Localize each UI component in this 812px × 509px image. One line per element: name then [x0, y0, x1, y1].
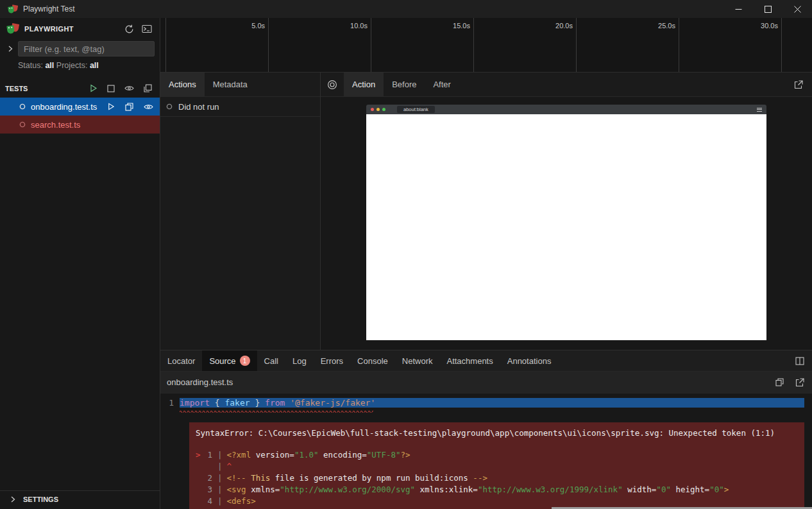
empty-state-label: Did not run	[178, 102, 219, 112]
tab-annotations[interactable]: Annotations	[500, 350, 559, 371]
test-status-circle-icon	[19, 103, 26, 110]
tab-network[interactable]: Network	[395, 350, 440, 371]
run-test-button[interactable]	[106, 101, 116, 112]
timeline-gridline	[679, 18, 679, 72]
test-status-circle-icon	[19, 121, 26, 128]
source-file-name: onboarding.test.ts	[167, 377, 233, 387]
filter-input[interactable]	[18, 41, 155, 56]
watch-all-button[interactable]	[123, 83, 135, 93]
timeline-tick: 25.0s	[637, 22, 675, 30]
sidebar-section-title: PLAYWRIGHT	[24, 25, 74, 33]
details-panel: Locator Source 1 Call Log Errors Console…	[160, 350, 812, 509]
sidebar: PLAYWRIGHT Status: all Projects: all TES…	[0, 18, 160, 509]
browser-page-blank	[366, 114, 766, 340]
tab-after[interactable]: After	[425, 73, 459, 96]
terminal-button[interactable]	[140, 23, 153, 35]
tab-source[interactable]: Source 1	[202, 350, 257, 371]
source-error-badge: 1	[240, 356, 250, 366]
tab-attachments[interactable]: Attachments	[439, 350, 500, 371]
copy-file-path-button[interactable]	[774, 377, 785, 388]
traffic-light-red-icon	[371, 108, 374, 111]
settings-title: SETTINGS	[23, 496, 58, 503]
projects-label: Projects:	[56, 61, 88, 70]
status-line: Status: all Projects: all	[0, 56, 160, 74]
open-snapshot-external-button[interactable]	[793, 79, 804, 91]
error-message: SyntaxError: C:\Courses\EpicWeb\full-sta…	[196, 428, 798, 438]
browser-snapshot: about:blank	[366, 105, 766, 340]
error-frame-line: 2|<!-- This file is generated by npm run…	[196, 472, 798, 483]
titlebar: Playwright Test	[0, 0, 812, 18]
tab-before[interactable]: Before	[384, 73, 425, 96]
timeline-tick: 30.0s	[740, 22, 778, 30]
tab-log[interactable]: Log	[285, 350, 314, 371]
hamburger-menu-icon	[757, 108, 762, 112]
line-number: 1	[160, 398, 180, 408]
collapse-all-button[interactable]	[142, 83, 153, 94]
timeline-gridline	[371, 18, 371, 72]
tab-call[interactable]: Call	[257, 350, 285, 371]
main-area: 5.0s 10.0s 15.0s 20.0s 25.0s 30.0s Actio…	[160, 18, 812, 509]
error-frame-line: 3|<svg xmlns="http://www.w3.org/2000/svg…	[196, 483, 798, 495]
error-frame-line: 4|<defs>	[196, 495, 798, 506]
sidebar-header: PLAYWRIGHT	[0, 18, 160, 40]
maximize-button[interactable]	[753, 0, 782, 18]
syntax-error-block: SyntaxError: C:\Courses\EpicWeb\full-sta…	[189, 422, 804, 509]
actions-empty-state: Did not run	[160, 97, 320, 117]
close-button[interactable]	[782, 0, 812, 18]
highlighted-source-line: import { faker } from '@faker-js/faker'	[180, 398, 804, 408]
open-file-external-button[interactable]	[794, 377, 806, 388]
snapshot-panel: Action Before After	[321, 73, 812, 350]
error-frame-caret-line: |^	[196, 460, 798, 472]
run-all-button[interactable]	[88, 83, 99, 94]
tab-errors[interactable]: Errors	[314, 350, 350, 371]
timeline-gridline	[268, 18, 269, 72]
browser-address: about:blank	[397, 106, 435, 113]
timeline-gridline	[473, 18, 474, 72]
stop-button[interactable]	[106, 83, 116, 94]
browser-chrome: about:blank	[366, 105, 766, 114]
test-item-onboarding[interactable]: onboarding.test.ts	[0, 98, 160, 116]
test-item-search[interactable]: search.test.ts	[0, 116, 160, 134]
tab-console[interactable]: Console	[350, 350, 395, 371]
tab-metadata[interactable]: Metadata	[205, 73, 256, 96]
source-line-1: 1 import { faker } from '@faker-js/faker…	[160, 396, 812, 410]
playwright-logo-icon	[8, 4, 18, 14]
traffic-light-green-icon	[382, 108, 385, 111]
timeline-tick: 15.0s	[432, 22, 470, 30]
window-title: Playwright Test	[23, 4, 74, 13]
test-item-label: onboarding.test.ts	[31, 102, 97, 112]
split-view-button[interactable]	[794, 356, 806, 367]
pick-locator-button[interactable]	[321, 73, 344, 96]
filter-row	[0, 40, 160, 56]
error-squiggly-underline	[180, 410, 373, 413]
source-code-view[interactable]: 1 import { faker } from '@faker-js/faker…	[160, 393, 812, 509]
timeline-tick: 10.0s	[329, 22, 368, 30]
watch-test-button[interactable]	[142, 102, 155, 112]
timeline-gridline	[781, 18, 782, 72]
timeline-tick: 20.0s	[534, 22, 573, 30]
tab-locator[interactable]: Locator	[160, 350, 202, 371]
test-item-label: search.test.ts	[31, 120, 80, 130]
settings-section[interactable]: SETTINGS	[0, 490, 160, 507]
chevron-right-icon	[9, 496, 17, 503]
tab-action[interactable]: Action	[344, 73, 384, 96]
playwright-masks-icon	[6, 23, 19, 35]
actions-panel: Actions Metadata Did not run	[160, 73, 321, 350]
reload-tests-button[interactable]	[123, 23, 135, 35]
minimize-button[interactable]	[723, 0, 753, 18]
tests-header: TESTS	[0, 74, 160, 98]
timeline-ruler[interactable]: 5.0s 10.0s 15.0s 20.0s 25.0s 30.0s	[160, 18, 812, 73]
traffic-light-yellow-icon	[376, 108, 380, 111]
status-label: Status:	[18, 61, 43, 70]
timeline-gridline	[576, 18, 577, 72]
timeline-gridline	[165, 18, 166, 72]
snapshot-viewport: about:blank	[321, 97, 812, 350]
projects-value[interactable]: all	[90, 61, 99, 70]
error-frame-line: >1|<?xml version="1.0" encoding="UTF-8"?…	[196, 449, 798, 460]
timeline-tick: 5.0s	[226, 22, 265, 30]
chevron-right-icon[interactable]	[5, 44, 15, 54]
tests-title: TESTS	[5, 85, 28, 92]
tab-actions[interactable]: Actions	[160, 73, 205, 96]
status-value[interactable]: all	[45, 61, 54, 70]
open-source-button[interactable]	[124, 101, 135, 112]
